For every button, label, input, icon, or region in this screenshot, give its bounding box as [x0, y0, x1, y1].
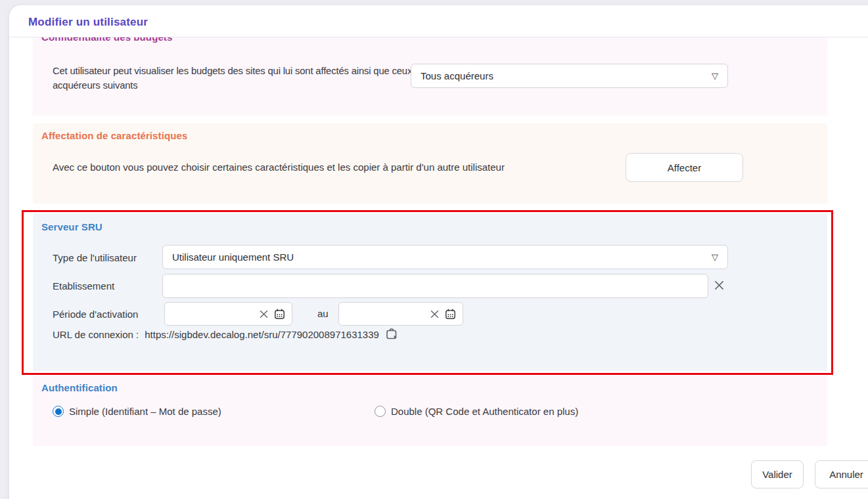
etablissement-label: Etablissement	[53, 280, 114, 293]
etablissement-input[interactable]	[162, 274, 708, 298]
date-from-field[interactable]	[164, 302, 292, 326]
radio-circle-icon	[53, 406, 64, 417]
date-to-clear-icon[interactable]	[430, 309, 440, 319]
date-to-input[interactable]	[346, 309, 425, 320]
section-title-sru: Serveur SRU	[41, 221, 103, 232]
affecter-button[interactable]: Affecter	[626, 153, 743, 182]
section-title-caracteristiques: Affectation de caractéristiques	[41, 130, 187, 141]
section-title-budgets: Confidentialité des budgets	[41, 37, 172, 43]
section-authentification: Authentification Simple (Identifiant – M…	[33, 376, 827, 446]
acquereurs-select[interactable]: Tous acquéreurs ▽	[411, 64, 728, 88]
calendar-icon[interactable]	[273, 308, 286, 320]
date-from-input[interactable]	[171, 309, 254, 320]
radio-auth-simple[interactable]: Simple (Identifiant – Mot de passe)	[53, 406, 221, 417]
section-serveur-sru: Serveur SRU Type de l'utilisateur Utilis…	[33, 213, 827, 371]
periode-activation-label: Période d'activation	[53, 308, 138, 321]
connection-url-line: URL de connexion : https://sigbdev.decal…	[53, 327, 399, 341]
connection-url-value: https://sigbdev.decalog.net/sru/77790200…	[145, 329, 379, 340]
page-title: Modifier un utilisateur	[28, 16, 868, 29]
caracteristiques-description: Avec ce bouton vous pouvez choisir certa…	[53, 160, 605, 174]
sru-highlight-box: Serveur SRU Type de l'utilisateur Utilis…	[22, 210, 833, 375]
section-title-authentification: Authentification	[41, 382, 118, 393]
calendar-icon[interactable]	[444, 308, 457, 320]
triangle-down-icon: ▽	[712, 253, 718, 261]
triangle-down-icon: ▽	[712, 72, 718, 80]
acquereurs-select-value: Tous acquéreurs	[421, 70, 712, 81]
modal-card: Modifier un utilisateur Confidentialité …	[9, 5, 868, 499]
section-affectation-caracteristiques: Affectation de caractéristiques Avec ce …	[33, 123, 827, 204]
periode-separator: au	[317, 308, 329, 319]
date-to-field[interactable]	[338, 302, 463, 326]
date-from-clear-icon[interactable]	[259, 309, 269, 319]
section-confidentialite-budgets: Confidentialité des budgets Cet utilisat…	[33, 37, 827, 116]
valider-button[interactable]: Valider	[751, 460, 804, 488]
modal-header: Modifier un utilisateur	[9, 5, 868, 37]
connection-url-label: URL de connexion :	[53, 329, 139, 340]
clipboard-copy-icon[interactable]	[385, 327, 399, 341]
budgets-description: Cet utilisateur peut visualiser les budg…	[53, 64, 434, 93]
type-utilisateur-select[interactable]: Utilisateur uniquement SRU ▽	[162, 245, 728, 269]
type-utilisateur-select-value: Utilisateur uniquement SRU	[172, 251, 712, 263]
radio-auth-double[interactable]: Double (QR Code et Authenticator en plus…	[375, 406, 578, 417]
radio-circle-icon	[375, 406, 386, 417]
radio-auth-simple-label: Simple (Identifiant – Mot de passe)	[69, 406, 221, 417]
etablissement-clear-icon[interactable]	[714, 280, 725, 291]
annuler-button[interactable]: Annuler	[815, 460, 868, 488]
radio-auth-double-label: Double (QR Code et Authenticator en plus…	[391, 406, 578, 417]
type-utilisateur-label: Type de l'utilisateur	[53, 251, 137, 265]
modal-content: Confidentialité des budgets Cet utilisat…	[9, 37, 868, 446]
